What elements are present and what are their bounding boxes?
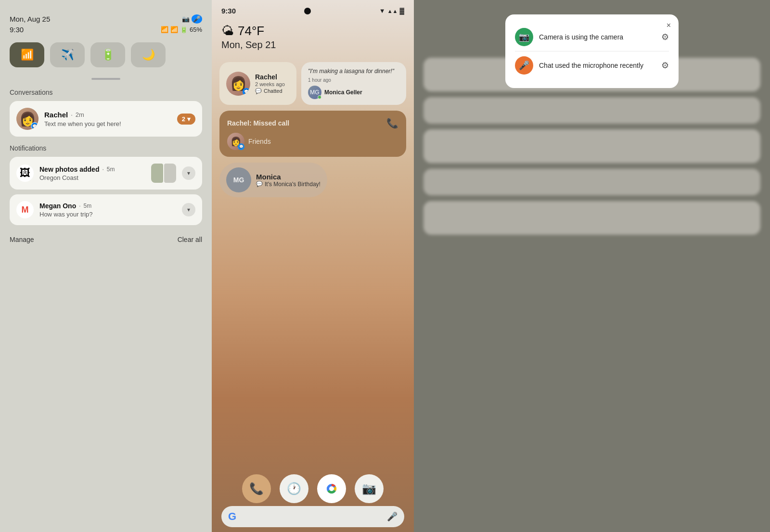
rachel-bubble-avatar: 👩 💬 [226, 72, 250, 96]
birthday-name: Monica [256, 173, 321, 181]
camera-permission-text: Camera is using the camera [539, 33, 655, 41]
bg-card-3 [424, 129, 760, 163]
photos-thumbnail [151, 164, 176, 183]
time-row: 9:30 📶 📶 🔋 65% [10, 25, 202, 34]
rachel-avatar: 👩 💬 [16, 108, 38, 130]
birthday-bubble[interactable]: MG Monica 💬 It's Monica's Birthday! [219, 163, 327, 197]
rachel-bubble-info: Rachel 2 weeks ago 💬 Chatted [255, 73, 285, 94]
battery-saver-tile[interactable]: 🔋 [90, 42, 125, 67]
camera-settings-button[interactable]: ⚙ [661, 32, 669, 42]
photos-notification-card[interactable]: 🖼 New photos added · 5m Oregon Coast ▾ [10, 157, 202, 190]
photos-time: · [102, 166, 103, 173]
megan-expand-button[interactable]: ▾ [182, 203, 195, 216]
phone-status-bar: 9:30 ▼ ▲▲ ▓ [212, 0, 414, 19]
quick-tiles: 📶 ✈️ 🔋 🌙 [10, 42, 202, 67]
phone-wifi-icon: ▲▲ [387, 8, 398, 14]
rachel-bubble[interactable]: 👩 💬 Rachel 2 weeks ago 💬 Chatted [219, 62, 296, 105]
dock-chrome-button[interactable] [317, 474, 346, 503]
rachel-name: Rachel [44, 111, 68, 119]
rachel-message: Text me when you get here! [44, 120, 171, 127]
rachel-name-row: Rachel · 2m [44, 111, 171, 119]
photos-time-val: 5m [107, 166, 115, 173]
missed-call-text: Rachel: Missed call [227, 119, 289, 127]
birthday-avatar: MG [226, 167, 251, 192]
notifications-section: Notifications 🖼 New photos added · 5m Or… [10, 144, 202, 230]
dnd-tile[interactable]: 🌙 [131, 42, 166, 67]
rachel-conversation-card[interactable]: 👩 💬 Rachel · 2m Text me when you get her… [10, 101, 202, 137]
photos-subtitle: Oregon Coast [39, 174, 145, 181]
friends-messenger-icon: 💬 [238, 143, 244, 150]
phone-search-bar[interactable]: G 🎤 [221, 506, 404, 527]
phone-time: 9:30 [221, 7, 236, 15]
photos-expand-button[interactable]: ▾ [182, 166, 195, 180]
airplane-tile[interactable]: ✈️ [50, 42, 85, 67]
megan-title-row: Megan Ono · 5m [39, 202, 176, 210]
bg-card-2 [424, 97, 760, 124]
chevron-down-icon: ▾ [187, 115, 191, 123]
friends-avatar: 👩 💬 [227, 133, 244, 150]
mic-active-icon: 🎤 [192, 14, 202, 24]
megan-notification-card[interactable]: M Megan Ono · 5m How was your trip? ▾ [10, 194, 202, 225]
phone-status-icons: ▼ ▲▲ ▓ [379, 7, 404, 14]
notifications-label: Notifications [10, 144, 202, 152]
camera-active-icon: 📷 [182, 15, 190, 23]
google-g-logo: G [228, 510, 236, 523]
battery-saver-icon: 🔋 [102, 49, 115, 61]
mic-permission-item: 🎤 Chat used the microphone recently ⚙ [515, 51, 669, 79]
monica-name-small: Monica Geller [324, 89, 362, 96]
birthday-info: Monica 💬 It's Monica's Birthday! [256, 173, 321, 188]
rachel-chatted-label: Chatted [264, 88, 282, 94]
megan-name: Megan Ono [39, 202, 76, 210]
conversations-label: Conversations [10, 89, 202, 96]
search-mic-icon: 🎤 [387, 511, 398, 522]
camera-dock-icon: 📷 [362, 482, 376, 495]
megan-time: 5m [84, 203, 92, 209]
phone-screen: 9:30 ▼ ▲▲ ▓ 🌤 74°F Mon, Sep 21 👩 💬 [212, 0, 414, 532]
phone-camera-dot [304, 8, 311, 14]
manage-button[interactable]: Manage [10, 236, 34, 243]
messenger-tiny-icon: 💬 [255, 88, 262, 94]
missed-call-header: Rachel: Missed call 📞 [227, 117, 398, 129]
rachel-conv-content: Rachel · 2m Text me when you get here! [44, 111, 171, 127]
photos-content: New photos added · 5m Oregon Coast [39, 165, 145, 181]
bg-card-5 [424, 201, 760, 235]
dock-clock-button[interactable]: 🕐 [280, 474, 308, 503]
battery-icon: 🔋 [180, 26, 188, 33]
wifi-tile[interactable]: 📶 [10, 42, 44, 67]
status-time: 9:30 [10, 25, 24, 34]
mic-settings-button[interactable]: ⚙ [661, 60, 669, 71]
messenger-birthday-icon: 💬 [256, 181, 263, 187]
mic-permission-text: Chat used the microphone recently [539, 62, 655, 69]
rachel-badge[interactable]: 2 ▾ [177, 114, 195, 125]
rachel-bubble-status: 💬 Chatted [255, 88, 285, 94]
photos-title-row: New photos added · 5m [39, 165, 145, 173]
panel-divider [91, 78, 120, 80]
monica-quote: "I'm making a lasagna for dinner!" [308, 68, 399, 75]
rachel-bubble-sub: 2 weeks ago [255, 81, 285, 87]
permission-card: × 📷 Camera is using the camera ⚙ 🎤 Chat … [505, 14, 679, 88]
weather-temp: 🌤 74°F [221, 24, 404, 38]
mic-icon: 🎤 [519, 60, 529, 71]
megan-message: How was your trip? [39, 211, 176, 218]
clock-icon: 🕐 [287, 482, 301, 495]
weather-widget: 🌤 74°F Mon, Sep 21 [212, 19, 414, 56]
birthday-text: It's Monica's Birthday! [265, 181, 321, 188]
airplane-icon: ✈️ [61, 49, 74, 61]
dock-camera-button[interactable]: 📷 [355, 474, 384, 503]
phone-signal-icon: ▼ [379, 7, 385, 14]
bg-card-4 [424, 169, 760, 195]
battery-row: 📶 📶 🔋 65% [161, 26, 202, 33]
missed-call-bubble[interactable]: Rachel: Missed call 📞 👩 💬 Friends [219, 111, 406, 157]
battery-percent: 65% [190, 26, 202, 33]
permission-close-button[interactable]: × [667, 21, 671, 30]
monica-msg-time: 1 hour ago [308, 77, 399, 83]
monica-message-bubble[interactable]: "I'm making a lasagna for dinner!" 1 hou… [301, 62, 406, 105]
mic-permission-icon: 🎤 [515, 56, 533, 75]
monica-avatar-small: MG [308, 86, 321, 99]
right-panel: × 📷 Camera is using the camera ⚙ 🎤 Chat … [414, 0, 770, 532]
phone-dial-icon: 📞 [249, 482, 264, 495]
dock-phone-button[interactable]: 📞 [242, 474, 271, 503]
gmail-icon: M [16, 201, 34, 218]
svg-point-2 [329, 486, 334, 491]
clear-all-button[interactable]: Clear all [178, 236, 202, 243]
